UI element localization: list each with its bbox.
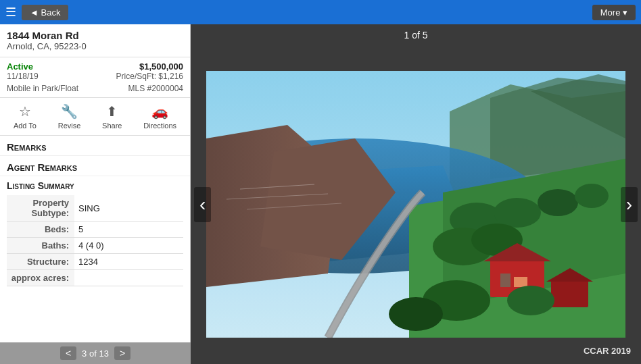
page-next-button[interactable]: > <box>114 346 130 360</box>
table-cell-value: 5 <box>74 222 183 238</box>
directions-label: Directions <box>143 122 176 130</box>
agent-remarks-title: Agent Remarks <box>7 161 183 173</box>
top-bar: ☰ ◄ Back More ▾ <box>0 0 641 24</box>
remarks-title: Remarks <box>7 141 183 153</box>
image-counter: 1 of 5 <box>404 24 427 45</box>
status-row: Active 11/18/19 $1,500,000 Price/SqFt: $… <box>0 57 190 82</box>
svg-rect-28 <box>206 71 625 338</box>
listing-price: $1,500,000 <box>116 61 183 72</box>
directions-button[interactable]: 🚗 Directions <box>143 103 176 130</box>
prev-image-button[interactable]: ‹ <box>194 187 211 222</box>
share-label: Share <box>102 122 122 130</box>
share-button[interactable]: ⬆ Share <box>102 103 122 130</box>
table-cell-label: Baths: <box>7 238 74 254</box>
listing-table: Property Subtype:SINGBeds:5Baths:4 (4 0)… <box>7 195 183 286</box>
wrench-icon: 🔧 <box>61 103 78 120</box>
table-cell-label: Structure: <box>7 254 74 270</box>
revise-button[interactable]: 🔧 Revise <box>58 103 81 130</box>
table-cell-value: 1234 <box>74 254 183 270</box>
table-cell-label: Beds: <box>7 222 74 238</box>
next-image-button[interactable]: › <box>621 187 638 222</box>
share-icon: ⬆ <box>106 103 118 120</box>
listing-date: 11/18/19 <box>7 72 39 81</box>
listing-summary-section: Listing Summary Property Subtype:SINGBed… <box>0 176 190 289</box>
table-cell-label: Property Subtype: <box>7 195 74 222</box>
meta-row: Mobile in Park/Float MLS #2000004 <box>0 82 190 98</box>
car-icon: 🚗 <box>151 103 168 120</box>
main-layout: 1844 Moran Rd Arnold, CA, 95223-0 Active… <box>0 24 641 364</box>
page-prev-button[interactable]: < <box>60 346 76 360</box>
watermark: CCAR 2019 <box>584 346 631 356</box>
back-button[interactable]: ◄ Back <box>22 5 68 20</box>
status-badge: Active <box>7 61 39 72</box>
price-per-sqft: Price/SqFt: $1,216 <box>116 72 183 81</box>
star-icon: ☆ <box>19 103 31 120</box>
remarks-section: Remarks <box>0 136 190 156</box>
add-to-button[interactable]: ☆ Add To <box>14 103 37 130</box>
table-row: approx acres: <box>7 270 183 286</box>
property-image <box>206 71 625 338</box>
more-button[interactable]: More ▾ <box>592 5 636 20</box>
table-row: Property Subtype:SING <box>7 195 183 222</box>
page-indicator: 3 of 13 <box>82 348 109 359</box>
table-cell-value: SING <box>74 195 183 222</box>
image-container: CCAR 2019 ‹ › <box>191 45 641 364</box>
action-buttons: ☆ Add To 🔧 Revise ⬆ Share 🚗 Directions <box>0 98 190 136</box>
table-row: Baths:4 (4 0) <box>7 238 183 254</box>
table-cell-label: approx acres: <box>7 270 74 286</box>
property-address: 1844 Moran Rd <box>7 30 183 41</box>
right-panel: 1 of 5 <box>191 24 641 364</box>
property-header: 1844 Moran Rd Arnold, CA, 95223-0 <box>0 24 190 57</box>
left-panel: 1844 Moran Rd Arnold, CA, 95223-0 Active… <box>0 24 191 364</box>
add-to-label: Add To <box>14 122 37 130</box>
revise-label: Revise <box>58 122 81 130</box>
listing-summary-title: Listing Summary <box>7 180 183 191</box>
agent-remarks-section: Agent Remarks <box>0 156 190 176</box>
mls-number: MLS #2000004 <box>128 84 183 93</box>
hamburger-icon[interactable]: ☰ <box>5 5 16 20</box>
table-cell-value <box>74 270 183 286</box>
property-type: Mobile in Park/Float <box>7 84 78 93</box>
pagination-bar: < 3 of 13 > <box>0 342 191 364</box>
table-row: Beds:5 <box>7 222 183 238</box>
table-cell-value: 4 (4 0) <box>74 238 183 254</box>
table-row: Structure:1234 <box>7 254 183 270</box>
property-city: Arnold, CA, 95223-0 <box>7 41 183 51</box>
